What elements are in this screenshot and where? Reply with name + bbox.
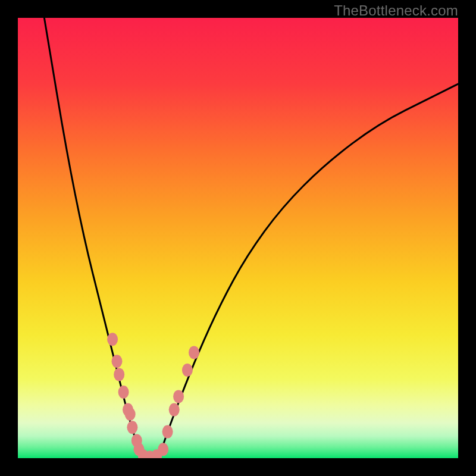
marker-dot (127, 421, 137, 434)
chart-frame: TheBottleneck.com (0, 0, 476, 476)
marker-dot (112, 355, 123, 368)
marker-dot (114, 368, 124, 381)
marker-dot (189, 346, 199, 359)
marker-dot (173, 390, 184, 403)
curve-right (159, 84, 458, 458)
marker-dot (182, 364, 193, 377)
curve-layer (18, 18, 458, 458)
marker-dot (169, 403, 180, 416)
marker-dot (158, 443, 168, 456)
watermark-text: TheBottleneck.com (334, 2, 458, 19)
marker-dot (162, 425, 173, 439)
plot-area (18, 18, 458, 458)
marker-dot (118, 386, 129, 399)
marker-dot (107, 333, 118, 346)
marker-dot (125, 408, 136, 421)
marker-group (107, 333, 199, 458)
